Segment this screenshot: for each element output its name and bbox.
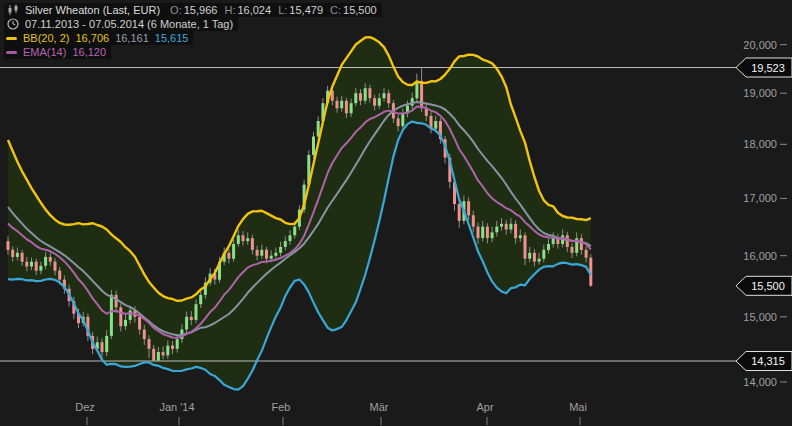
candle-up (495, 227, 498, 233)
candle-down (152, 349, 155, 361)
candle-up (509, 224, 512, 230)
candle-up (491, 232, 494, 238)
low-value: 15,479 (289, 4, 323, 16)
candle-up (542, 250, 545, 259)
last-price-marker-tag: 15,500 (736, 276, 792, 295)
candle-down (458, 204, 461, 221)
candle-up (16, 253, 19, 257)
candle-down (585, 250, 588, 258)
candle-up (232, 244, 235, 259)
candle-up (110, 295, 113, 336)
candle-up (547, 244, 550, 250)
candle-down (242, 235, 245, 241)
candle-up (44, 257, 47, 266)
candle-down (524, 235, 527, 258)
candle-up (246, 238, 249, 241)
candle-down (54, 262, 57, 271)
x-axis-label: Apr (476, 401, 493, 413)
period-high-marker-tag: 19,523 (736, 58, 792, 77)
price-tag-value: 19,523 (751, 62, 785, 74)
legend-ema-row: EMA(14) 16,120 (4, 45, 111, 59)
candle-down (373, 98, 376, 106)
candle-up (364, 88, 367, 101)
candle-up (434, 121, 437, 129)
close-value: 15,500 (343, 4, 377, 16)
bb-label: BB(20, 2) (23, 31, 69, 45)
candle-down (533, 253, 536, 262)
candle-down (21, 253, 24, 262)
candle-up (350, 103, 353, 113)
y-axis-label: 19,000 (743, 87, 777, 99)
candle-up (552, 238, 555, 244)
candle-up (30, 262, 33, 267)
high-value: 16,024 (237, 4, 271, 16)
price-tag-value: 14,315 (751, 355, 785, 367)
chart-window: 20,00019,00018,00017,00016,00015,00014,0… (0, 0, 792, 426)
candle-down (148, 339, 151, 349)
candle-up (284, 241, 287, 247)
candle-up (538, 259, 541, 262)
candle-up (237, 235, 240, 244)
candle-down (387, 93, 390, 103)
candle-up (354, 93, 357, 103)
candle-up (500, 224, 503, 227)
candle-down (359, 93, 362, 101)
open-label: O: (170, 4, 182, 16)
candle-up (185, 317, 188, 330)
candle-up (293, 227, 296, 236)
price-tag-value: 15,500 (751, 280, 785, 292)
y-axis-label: 20,000 (743, 39, 777, 51)
bb-middle-value: 16,161 (115, 31, 149, 45)
candle-down (397, 118, 400, 126)
x-axis-label: Mai (569, 401, 587, 413)
candle-down (119, 307, 122, 326)
candle-down (477, 227, 480, 239)
close-label: C: (330, 4, 341, 16)
candle-up (289, 235, 292, 241)
period-low-marker-tag: 14,315 (736, 352, 792, 371)
candle-down (505, 224, 508, 230)
candle-up (401, 113, 404, 126)
candle-down (143, 330, 146, 340)
chart-canvas[interactable]: 20,00019,00018,00017,00016,00015,00014,0… (0, 0, 792, 426)
candle-up (279, 247, 282, 253)
x-axis-label: Dez (75, 401, 95, 413)
candle-down (11, 250, 14, 257)
candle-up (166, 346, 169, 356)
candle-up (39, 266, 42, 271)
x-axis-label: Mär (370, 401, 389, 413)
y-axis-label: 14,000 (743, 376, 777, 388)
candle-down (227, 253, 230, 259)
candle-up (312, 137, 315, 155)
ema-color-swatch (6, 51, 17, 54)
legend-bb-row: BB(20, 2) 16,706 16,161 15,615 (4, 31, 193, 45)
y-axis-label: 17,000 (743, 192, 777, 204)
candle-up (176, 339, 179, 349)
candle-down (420, 81, 423, 108)
candle-down (162, 352, 165, 355)
candle-down (345, 101, 348, 114)
x-axis-label: Jan '14 (159, 401, 194, 413)
candle-down (58, 271, 61, 280)
candle-down (251, 238, 254, 250)
candle-up (481, 227, 484, 239)
bb-upper-value: 16,706 (75, 31, 109, 45)
candle-down (138, 317, 141, 330)
ema-value: 16,120 (72, 45, 106, 59)
candle-up (519, 235, 522, 238)
candle-down (580, 238, 583, 250)
candle-down (115, 295, 118, 307)
high-label: H: (224, 4, 235, 16)
instrument-title: Silver Wheaton (Last, EUR) (25, 3, 160, 17)
candle-up (378, 98, 381, 106)
legend-title-row: Silver Wheaton (Last, EUR) O:15,966 H:16… (4, 3, 382, 17)
legend-period-row: 07.11.2013 - 07.05.2014 (6 Monate, 1 Tag… (4, 17, 238, 31)
candle-up (383, 93, 386, 98)
candle-up (157, 352, 160, 361)
candle-down (7, 241, 10, 250)
candle-up (528, 253, 531, 259)
low-label: L: (278, 4, 287, 16)
candle-down (25, 262, 28, 267)
candle-up (105, 336, 108, 352)
candle-up (260, 250, 263, 256)
